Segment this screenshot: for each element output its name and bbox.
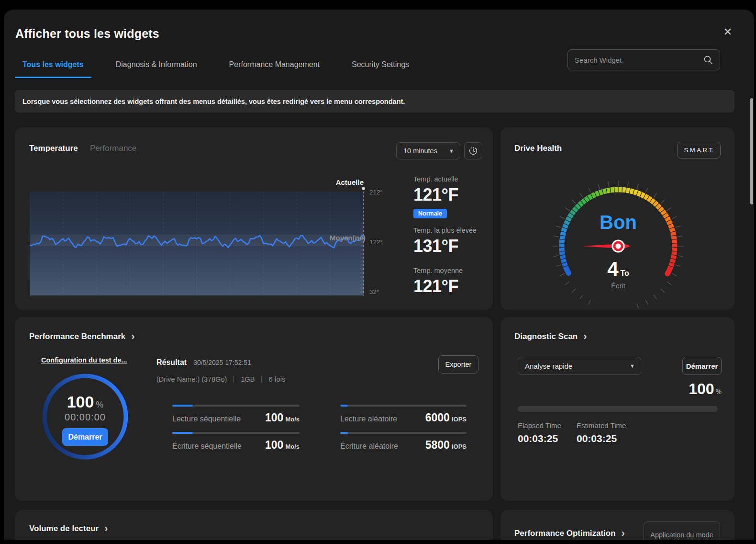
written-amount: 4 — [607, 258, 618, 280]
y-tick-212: 212° — [369, 189, 383, 196]
volume-title: Volume de lecteur — [29, 524, 99, 533]
elapsed-time-label: Elapsed Time — [518, 421, 561, 430]
diagnostic-title: Diagnostic Scan — [514, 332, 578, 341]
info-banner-text: Lorsque vous sélectionnez des widgets of… — [22, 98, 405, 105]
marker-dot — [362, 187, 365, 190]
metric-bar — [340, 432, 467, 434]
scrollbar[interactable] — [750, 98, 753, 204]
performance-benchmark-card: Performance Benchmark › Configuration du… — [15, 317, 493, 501]
chevron-right-icon: › — [131, 331, 134, 342]
metric-unit: IOPS — [452, 416, 467, 423]
gauge-caption: Écrit — [570, 282, 666, 290]
metric-value: 100 — [265, 439, 283, 451]
diagnostic-start-button[interactable]: Démarrer — [682, 357, 722, 375]
y-tick-32: 32° — [369, 288, 379, 295]
clock-history-icon — [468, 146, 478, 156]
metric-label: Lecture séquentielle — [172, 415, 241, 423]
scan-mode-dropdown[interactable]: Analyse rapide ▼ — [518, 357, 641, 375]
current-marker-label: Actuelle — [268, 178, 364, 186]
estimated-time-label: Estimated Time — [577, 421, 626, 430]
metric-value: 100 — [265, 411, 283, 424]
tab-performance-management[interactable]: Performance Management — [222, 57, 327, 78]
benchmark-percent-unit: % — [96, 400, 103, 409]
drive-health-title: Drive Health — [514, 144, 562, 153]
chevron-right-icon: › — [104, 523, 108, 534]
result-label: Résultat — [156, 358, 187, 367]
temperature-card: Temperature Performance 10 minutes ▼ — [15, 127, 493, 310]
highest-temp-label: Temp. la plus élevée — [413, 227, 477, 234]
metric-label: Écriture séquentielle — [172, 442, 242, 451]
gauge-status-text: Bon — [570, 212, 666, 233]
divider — [233, 376, 234, 383]
benchmark-config-link[interactable]: Configuration du test de... — [41, 356, 127, 364]
average-temp-value: 121°F — [413, 276, 458, 296]
widgets-modal: Afficher tous les widgets ✕ Tous les wid… — [4, 10, 754, 540]
temperature-line-chart — [30, 192, 364, 295]
chevron-right-icon: › — [583, 331, 587, 342]
average-temp-label: Temp. moyenne — [413, 267, 463, 274]
performance-tab[interactable]: Performance — [90, 144, 136, 153]
history-button[interactable] — [464, 142, 482, 159]
smart-button[interactable]: S.M.A.R.T. — [677, 142, 721, 159]
interval-dropdown[interactable]: 10 minutes ▼ — [396, 142, 460, 159]
current-temp-label: Temp. actuelle — [413, 175, 458, 183]
close-icon[interactable]: ✕ — [720, 24, 736, 40]
metric-label: Écriture aléatoire — [340, 442, 398, 451]
benchmark-title-row[interactable]: Performance Benchmark › — [29, 331, 135, 342]
metric-rand-read: Lecture aléatoire 6000IOPS — [340, 405, 467, 424]
benchmark-timer: 00:00:00 — [37, 412, 133, 423]
optimization-title: Performance Optimization — [514, 529, 616, 538]
benchmark-start-button[interactable]: Démarrer — [62, 428, 108, 446]
chevron-down-icon: ▼ — [449, 148, 454, 154]
diagnostic-percent: 100% — [626, 380, 722, 398]
drive-health-gauge — [546, 178, 690, 310]
tab-security-settings[interactable]: Security Settings — [344, 57, 417, 78]
metric-unit: Mo/s — [285, 443, 300, 450]
current-temp-value: 121°F — [413, 185, 458, 205]
tab-diagnosis-information[interactable]: Diagnosis & Information — [108, 57, 205, 78]
interval-dropdown-value: 10 minutes — [403, 147, 437, 155]
scan-mode-value: Analyse rapide — [525, 362, 572, 370]
metric-label: Lecture aléatoire — [340, 415, 397, 423]
divider — [261, 376, 262, 383]
metric-seq-read: Lecture séquentielle 100Mo/s — [172, 405, 300, 424]
result-drive-info: (Drive Name:) (378Go) 1GB 6 fois — [156, 375, 285, 383]
status-badge: Normale — [413, 209, 447, 218]
tab-tous-les-widgets[interactable]: Tous les widgets — [15, 57, 91, 78]
optimization-title-row[interactable]: Performance Optimization › — [514, 528, 625, 539]
info-banner: Lorsque vous sélectionnez des widgets of… — [15, 90, 734, 113]
chevron-down-icon: ▼ — [630, 363, 635, 369]
search-icon[interactable] — [703, 55, 713, 65]
export-button[interactable]: Exporter — [438, 355, 478, 374]
metric-value: 5800 — [425, 439, 450, 451]
drive-volume-card: Volume de lecteur › — [15, 510, 493, 540]
diagnostic-title-row[interactable]: Diagnostic Scan › — [514, 331, 587, 342]
diagnostic-percent-unit: % — [716, 388, 722, 396]
elapsed-time-value: 00:03:25 — [518, 433, 558, 444]
performance-optimization-card: Performance Optimization › Application d… — [500, 510, 734, 540]
average-series-label: Moyen(ne) — [330, 234, 366, 242]
result-loops: 6 fois — [268, 375, 285, 383]
benchmark-percent-value: 100 — [67, 393, 94, 411]
metric-value: 6000 — [425, 411, 450, 424]
drive-health-card: Drive Health S.M.A.R.T. Bon 4To Écrit — [500, 127, 734, 310]
tab-bar: Tous les widgets Diagnosis & Information… — [15, 57, 417, 78]
volume-title-row[interactable]: Volume de lecteur › — [29, 523, 108, 534]
chevron-right-icon: › — [622, 528, 625, 539]
metric-bar — [172, 405, 300, 407]
written-unit: To — [621, 269, 629, 277]
benchmark-percent: 100% — [37, 393, 133, 411]
gauge-written-value: 4To — [570, 258, 666, 281]
metric-bar — [172, 432, 300, 434]
diagnostic-progress-bar — [518, 406, 718, 412]
benchmark-title: Performance Benchmark — [29, 332, 125, 341]
diagnostic-scan-card: Diagnostic Scan › Analyse rapide ▼ Démar… — [500, 317, 734, 501]
temperature-tab[interactable]: Temperature — [29, 144, 78, 153]
y-tick-122: 122° — [369, 238, 383, 246]
search-input[interactable] — [575, 56, 703, 64]
estimated-time-value: 00:03:25 — [577, 433, 617, 444]
apply-mode-button[interactable]: Application du mode — [644, 521, 720, 540]
metric-seq-write: Écriture séquentielle 100Mo/s — [172, 432, 300, 452]
diagnostic-percent-value: 100 — [689, 380, 714, 397]
result-datetime: 30/5/2025 17:52:51 — [193, 359, 251, 366]
